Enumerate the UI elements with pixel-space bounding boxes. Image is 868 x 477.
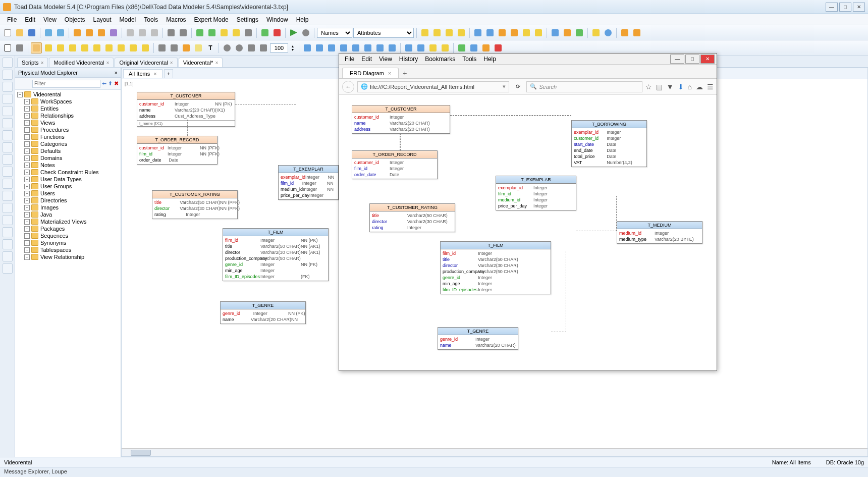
zoom-fit-icon[interactable] [246,42,257,54]
misc1-icon[interactable] [194,27,205,38]
tree-node-user-data-types[interactable]: +User Data Types [16,176,120,183]
ex4-icon[interactable] [509,27,520,38]
strip-btn-17[interactable] [3,251,13,261]
shape1-icon[interactable] [156,42,168,54]
canvas-scrollbar[interactable] [122,448,867,456]
note-icon[interactable] [193,42,204,54]
canvas-tab-all[interactable]: All Items × [123,69,162,78]
maximize-button[interactable]: □ [839,3,851,12]
menu-model[interactable]: Model [116,15,140,24]
wizard-icon[interactable] [108,27,119,38]
close-button[interactable]: ✕ [853,3,865,12]
align11-icon[interactable] [427,42,439,54]
browser-content[interactable]: T_CUSTOMERcustomer_idIntegernameVarchar2… [339,95,717,370]
strip-btn-12[interactable] [3,191,13,201]
rel4-icon[interactable] [79,42,90,54]
misc5-icon[interactable] [243,27,254,38]
rpt-t-borrowing[interactable]: T_BORROWINGexemplar_idIntegercustomer_id… [571,120,647,167]
browser-window[interactable]: File Edit View History Bookmarks Tools H… [339,53,717,371]
download-icon[interactable]: ⬇ [678,83,684,91]
browser-new-tab[interactable]: + [399,68,411,78]
sync-icon[interactable]: ☁ [696,83,703,91]
tree-node-view-relationship[interactable]: +View Relationship [16,253,120,260]
cat2-icon[interactable] [562,27,573,38]
ex2-icon[interactable] [484,27,496,38]
rel6-icon[interactable] [103,42,115,54]
menu-layout[interactable]: Layout [89,15,116,24]
browser-tab[interactable]: ERD Diagram× [342,68,399,78]
tree-node-java[interactable]: +Java [16,211,120,218]
remove-icon[interactable] [272,27,283,38]
menu-macros[interactable]: Macros [162,15,190,24]
undo-icon[interactable] [43,27,54,38]
tree-node-synonyms[interactable]: +Synonyms [16,239,120,246]
cat3-icon[interactable] [574,27,585,38]
group-icon[interactable] [14,42,25,54]
tab-videorental[interactable]: Videorental*× [179,58,223,67]
rel9-icon[interactable] [140,42,151,54]
zoom-spin-icon[interactable]: ▲▼ [289,42,296,54]
grid2-icon[interactable] [431,27,443,38]
layer3-icon[interactable] [480,42,492,54]
strip-btn-16[interactable] [3,239,13,249]
play-icon[interactable] [288,27,299,38]
menu-help[interactable]: Help [292,15,313,24]
strip-btn-10[interactable] [3,167,13,177]
table-t-customer-rating[interactable]: T_CUSTOMER_RATING titleVarchar2(50 CHAR)… [152,190,238,219]
tree-root[interactable]: Videorental [33,91,61,97]
align4-icon[interactable] [338,42,349,54]
print-icon[interactable] [166,27,177,38]
menu-settings[interactable]: Settings [233,15,262,24]
rel1-icon[interactable] [43,42,54,54]
strip-btn-8[interactable] [3,142,13,152]
tree-node-sequences[interactable]: +Sequences [16,232,120,239]
misc3-icon[interactable] [219,27,230,38]
tab-modified[interactable]: Modified Videorental× [49,58,114,67]
br-menu-history[interactable]: History [396,55,421,64]
arrow-left-icon[interactable]: ⬅ [102,80,106,87]
misc4-icon[interactable] [231,27,242,38]
align12-icon[interactable] [440,42,451,54]
rpt-t-customer[interactable]: T_CUSTOMERcustomer_idIntegernameVarchar2… [352,105,450,134]
tree-node-directories[interactable]: +Directories [16,197,120,204]
br-menu-bookmarks[interactable]: Bookmarks [421,55,459,64]
strip-btn-13[interactable] [3,203,13,213]
star-icon[interactable]: ☆ [645,83,652,91]
br-close-button[interactable]: ✕ [700,55,715,64]
db2-icon[interactable] [84,27,95,38]
tree-node-relationships[interactable]: +Relationships [16,112,120,119]
menu-view[interactable]: View [39,15,61,24]
entity-icon[interactable] [31,42,42,54]
strip-btn-7[interactable] [3,130,13,140]
filter-input[interactable] [32,80,100,88]
rpt-t-customer-rating[interactable]: T_CUSTOMER_RATINGtitleVarchar2(50 CHAR)d… [369,203,455,232]
close-icon[interactable]: × [106,60,110,66]
rel3-icon[interactable] [67,42,78,54]
table-t-genre[interactable]: T_GENRE genre_idIntegerNN (PK)nameVarcha… [220,301,306,324]
db3-icon[interactable] [96,27,107,38]
open-icon[interactable] [14,27,25,38]
align1-icon[interactable] [302,42,313,54]
strip-btn-4[interactable] [3,94,13,104]
table-t-customer[interactable]: T_CUSTOMER customer_idIntegerNN (PK)name… [137,92,235,127]
rpt-t-exemplar[interactable]: T_EXEMPLARexemplar_idIntegerfilm_idInteg… [496,176,576,210]
strip-btn-14[interactable] [3,215,13,225]
user1-icon[interactable] [619,27,630,38]
strip-btn-15[interactable] [3,227,13,237]
menu-file[interactable]: File [3,15,21,24]
save-icon[interactable] [26,27,37,38]
br-menu-edit[interactable]: Edit [358,55,375,64]
tree-node-user-groups[interactable]: +User Groups [16,183,120,190]
menu-window[interactable]: Window [262,15,292,24]
br-maximize-button[interactable]: □ [685,55,699,64]
ex6-icon[interactable] [533,27,544,38]
strip-btn-6[interactable] [3,118,13,128]
paste-icon[interactable] [149,27,160,38]
rpt-t-film[interactable]: T_FILMfilm_idIntegertitleVarchar2(50 CHA… [440,241,551,294]
text-icon[interactable]: T [205,42,216,54]
rel8-icon[interactable] [128,42,139,54]
tree-node-workspaces[interactable]: +WorkSpaces [16,98,120,105]
br-menu-tools[interactable]: Tools [459,55,480,64]
url-input[interactable]: 🌐 file:///C:/Report_Videorental_All Item… [357,81,509,92]
minimize-button[interactable]: — [826,3,838,12]
